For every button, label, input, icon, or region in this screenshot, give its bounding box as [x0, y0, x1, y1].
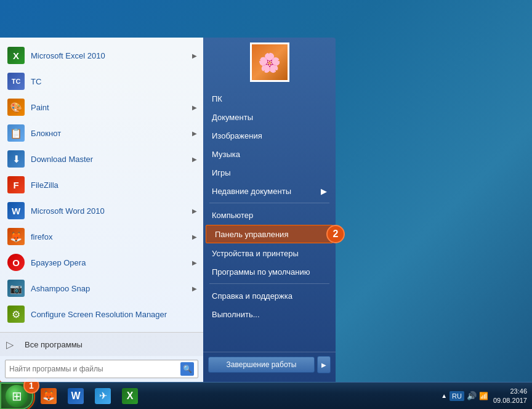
all-programs-button[interactable]: ▷ Все программы: [0, 333, 203, 356]
paint-icon: 🎨: [6, 97, 26, 117]
menu-item-config[interactable]: ⚙ Configure Screen Resolution Manager: [0, 301, 203, 327]
shutdown-button[interactable]: Завершение работы: [208, 357, 315, 373]
start-menu-left-panel: X Microsoft Excel 2010 ▶ TC TC 🎨 Paint: [0, 38, 203, 382]
menu-item-word[interactable]: W Microsoft Word 2010 ▶: [0, 198, 203, 224]
tray-lang: RU: [449, 391, 464, 401]
notepad-label: Блокнот: [31, 129, 192, 138]
download-label: Download Master: [31, 155, 192, 164]
user-avatar: 🌸: [250, 43, 289, 82]
word-arrow: ▶: [192, 208, 197, 214]
right-menu-recent[interactable]: Недавние документы ▶: [203, 182, 336, 200]
clock[interactable]: 23:46 09.08.2017: [493, 387, 527, 405]
system-tray: ▲ RU 🔊 📶: [441, 391, 488, 401]
menu-item-opera[interactable]: O Браузер Opera ▶: [0, 249, 203, 275]
menu-item-download[interactable]: ⬇ Download Master ▶: [0, 146, 203, 172]
taskbar-word-icon: W: [68, 388, 84, 404]
all-programs-icon: ▷: [6, 338, 20, 351]
ashampoo-icon: 📷: [6, 278, 26, 298]
search-input[interactable]: [9, 365, 178, 373]
tray-network: 📶: [479, 392, 488, 400]
tray-arrow[interactable]: ▲: [441, 392, 447, 399]
shutdown-area: Завершение работы ▶: [203, 352, 336, 377]
firefox-icon: 🦊: [6, 227, 26, 246]
right-menu-divider: [209, 203, 329, 203]
user-avatar-image: 🌸: [252, 44, 288, 80]
step2-badge: 2: [326, 225, 345, 243]
right-menu-help[interactable]: Справка и поддержка: [203, 286, 336, 305]
all-programs-label: Все программы: [25, 340, 83, 349]
taskbar-right: ▲ RU 🔊 📶 23:46 09.08.2017: [436, 387, 532, 405]
opera-label: Браузер Opera: [31, 258, 192, 267]
right-menu-defaults[interactable]: Программы по умолчанию: [203, 262, 336, 281]
right-menu-music[interactable]: Музыка: [203, 145, 336, 163]
excel-label: Microsoft Excel 2010: [31, 51, 192, 60]
download-icon: ⬇: [6, 149, 26, 169]
ashampoo-arrow: ▶: [192, 285, 197, 292]
config-icon: ⚙: [6, 304, 26, 324]
excel-arrow: ▶: [192, 52, 197, 59]
word-icon: W: [6, 201, 26, 221]
taskbar-telegram-icon: ✈: [95, 388, 111, 404]
tc-icon: TC: [6, 71, 26, 91]
right-menu-panel[interactable]: Панель управления 2: [206, 225, 333, 243]
firefox-arrow: ▶: [192, 233, 197, 240]
menu-item-ashampoo[interactable]: 📷 Ashampoo Snap ▶: [0, 275, 203, 301]
taskbar-firefox[interactable]: 🦊: [36, 384, 62, 408]
search-bar: 🔍: [5, 360, 198, 378]
paint-label: Paint: [31, 103, 192, 112]
right-menu-devices[interactable]: Устройства и принтеры: [203, 244, 336, 262]
right-menu-games[interactable]: Игры: [203, 163, 336, 182]
taskbar-excel[interactable]: X: [117, 384, 143, 408]
word-label: Microsoft Word 2010: [31, 206, 192, 216]
clock-date: 09.08.2017: [493, 396, 527, 405]
excel-icon: X: [6, 46, 26, 65]
search-button[interactable]: 🔍: [180, 362, 194, 376]
notepad-arrow: ▶: [192, 130, 197, 137]
right-menu-run[interactable]: Выполнить...: [203, 305, 336, 323]
filezilla-icon: F: [6, 175, 26, 195]
filezilla-label: FileZilla: [31, 180, 197, 190]
notepad-icon: 📋: [6, 123, 26, 143]
right-menu-pk[interactable]: ПК: [203, 89, 336, 108]
shutdown-arrow-button[interactable]: ▶: [317, 356, 331, 373]
taskbar-items: 🦊 W ✈ X: [33, 384, 436, 408]
paint-arrow: ▶: [192, 104, 197, 111]
right-menu-docs[interactable]: Документы: [203, 108, 336, 126]
firefox-label: firefox: [31, 232, 192, 241]
start-menu-right-panel: 🌸 ПК Документы Изображения Музыка Игры Н…: [203, 38, 336, 382]
opera-arrow: ▶: [192, 259, 197, 266]
config-label: Configure Screen Resolution Manager: [31, 310, 197, 319]
right-menu-divider2: [209, 283, 329, 284]
taskbar: ⊞ 1 🦊 W ✈ X ▲ RU 🔊 📶: [0, 382, 532, 409]
tc-label: TC: [31, 77, 197, 86]
menu-item-tc[interactable]: TC TC: [0, 68, 203, 94]
right-menu-computer[interactable]: Компьютер: [203, 206, 336, 224]
menu-item-paint[interactable]: 🎨 Paint ▶: [0, 94, 203, 120]
taskbar-firefox-icon: 🦊: [41, 388, 57, 404]
start-button[interactable]: ⊞ 1: [0, 383, 33, 410]
menu-item-firefox[interactable]: 🦊 firefox ▶: [0, 224, 203, 249]
menu-item-notepad[interactable]: 📋 Блокнот ▶: [0, 120, 203, 146]
taskbar-excel-icon: X: [122, 388, 138, 404]
menu-item-filezilla[interactable]: F FileZilla: [0, 172, 203, 198]
clock-time: 23:46: [493, 387, 527, 395]
opera-icon: O: [6, 253, 26, 272]
desktop: X Microsoft Excel 2010 ▶ TC TC 🎨 Paint: [0, 0, 532, 409]
ashampoo-label: Ashampoo Snap: [31, 284, 192, 293]
right-menu-images[interactable]: Изображения: [203, 126, 336, 145]
tray-sound: 🔊: [467, 391, 477, 400]
download-arrow: ▶: [192, 156, 197, 163]
menu-item-excel[interactable]: X Microsoft Excel 2010 ▶: [0, 43, 203, 68]
start-menu: X Microsoft Excel 2010 ▶ TC TC 🎨 Paint: [0, 38, 336, 382]
taskbar-telegram[interactable]: ✈: [90, 384, 116, 408]
taskbar-word[interactable]: W: [63, 384, 89, 408]
pinned-apps-list: X Microsoft Excel 2010 ▶ TC TC 🎨 Paint: [0, 38, 203, 333]
